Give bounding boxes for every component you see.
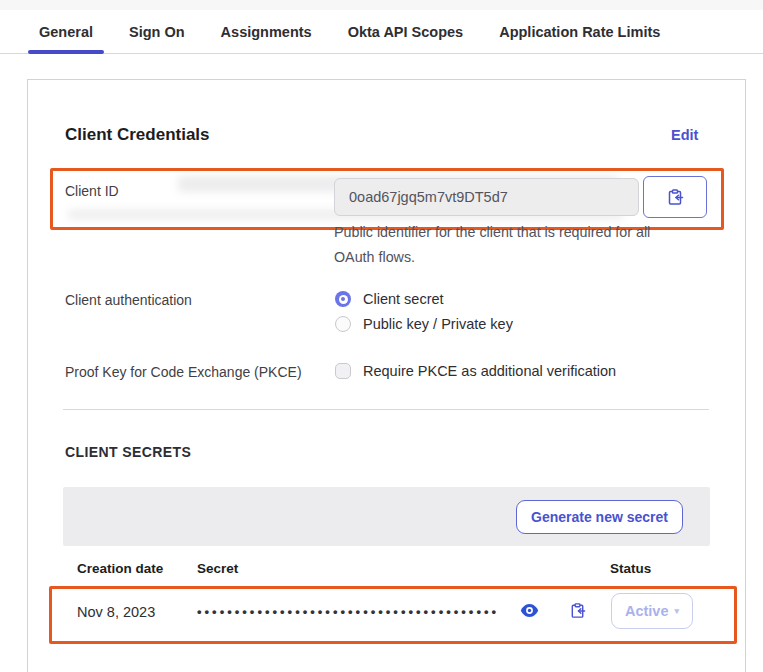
client-id-help-line2: OAuth flows. — [334, 245, 650, 270]
status-dropdown-button[interactable]: Active ▾ — [611, 593, 693, 629]
client-id-label: Client ID — [65, 183, 119, 199]
column-header-creation-date: Creation date — [77, 561, 163, 576]
copy-to-clipboard-icon — [666, 188, 685, 207]
copy-client-id-button[interactable] — [643, 176, 707, 218]
pkce-checkbox-label[interactable]: Require PKCE as additional verification — [363, 363, 616, 379]
general-settings-card: Client Credentials Edit Client ID 0oad67… — [27, 79, 746, 672]
chevron-down-icon: ▾ — [675, 606, 680, 616]
tab-assignments[interactable]: Assignments — [221, 10, 312, 53]
tab-okta-api-scopes-label: Okta API Scopes — [348, 24, 464, 40]
top-strip — [0, 0, 763, 10]
eye-icon — [520, 603, 539, 618]
client-id-help-text: Public identifier for the client that is… — [334, 220, 650, 270]
tab-application-rate-limits-label: Application Rate Limits — [499, 24, 660, 40]
column-header-secret: Secret — [197, 561, 238, 576]
tab-general[interactable]: General — [39, 10, 93, 53]
secret-creation-date: Nov 8, 2023 — [77, 604, 155, 620]
client-credentials-title: Client Credentials — [65, 125, 210, 145]
tab-sign-on[interactable]: Sign On — [129, 10, 185, 53]
edit-link[interactable]: Edit — [671, 127, 698, 143]
pkce-checkbox[interactable] — [335, 363, 351, 379]
status-label: Active — [625, 603, 669, 619]
masked-secret-value: •••••••••••••••••••••••••••••••••••••••• — [197, 604, 499, 619]
client-authentication-label: Client authentication — [65, 292, 192, 308]
tab-application-rate-limits[interactable]: Application Rate Limits — [499, 10, 660, 53]
client-secrets-toolbar: Generate new secret — [63, 487, 710, 546]
copy-to-clipboard-icon — [569, 602, 587, 620]
tab-bar: General Sign On Assignments Okta API Sco… — [0, 10, 763, 54]
client-id-input[interactable]: 0oad67jgq5m7vt9DT5d7 — [334, 178, 639, 216]
section-divider — [63, 409, 709, 410]
radio-client-secret-label[interactable]: Client secret — [363, 291, 444, 307]
pkce-label: Proof Key for Code Exchange (PKCE) — [65, 364, 302, 380]
tab-okta-api-scopes[interactable]: Okta API Scopes — [348, 10, 464, 53]
radio-dot — [341, 297, 346, 302]
radio-client-secret[interactable] — [335, 291, 351, 307]
radio-public-private-key-label[interactable]: Public key / Private key — [363, 316, 513, 332]
generate-new-secret-button[interactable]: Generate new secret — [516, 500, 683, 534]
client-secrets-heading: CLIENT SECRETS — [65, 444, 191, 460]
copy-secret-button[interactable] — [569, 602, 587, 620]
tab-sign-on-label: Sign On — [129, 24, 185, 40]
tab-assignments-label: Assignments — [221, 24, 312, 40]
radio-public-private-key[interactable] — [335, 316, 351, 332]
client-id-help-line1: Public identifier for the client that is… — [334, 220, 650, 245]
radio-ring — [339, 295, 348, 304]
column-header-status: Status — [610, 561, 651, 576]
reveal-secret-button[interactable] — [520, 603, 539, 618]
tab-general-label: General — [39, 24, 93, 40]
